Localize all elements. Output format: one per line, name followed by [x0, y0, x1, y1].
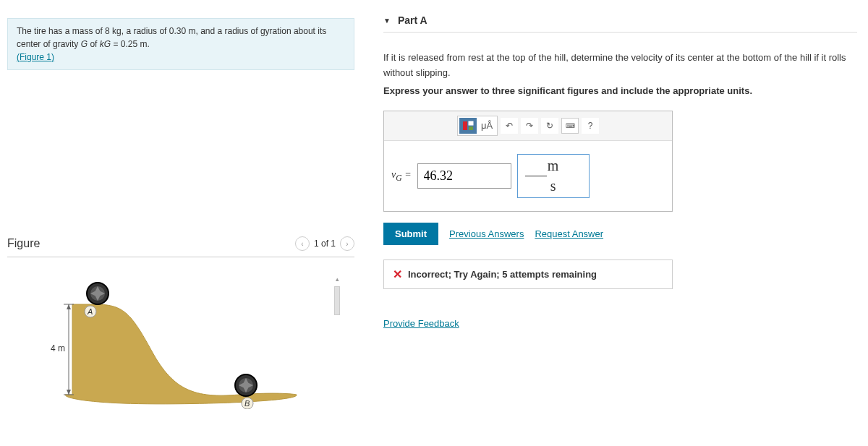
- scrollbar-handle[interactable]: [334, 286, 340, 315]
- reset-icon[interactable]: ↻: [541, 118, 558, 134]
- previous-answers-link[interactable]: Previous Answers: [449, 228, 524, 239]
- unit: m: [188, 26, 195, 36]
- left-panel: The tire has a mass of 8 kg, a radius of…: [0, 0, 362, 446]
- incorrect-icon: ✕: [393, 267, 402, 281]
- svg-text:A: A: [87, 307, 93, 316]
- scroll-up-icon[interactable]: ▴: [334, 275, 340, 284]
- var: G: [81, 39, 88, 49]
- figure-image: ▴ 4 m A: [51, 265, 340, 409]
- problem-statement: The tire has a mass of 8 kg, a radius of…: [7, 18, 354, 70]
- feedback-text: Incorrect; Try Again; 5 attempts remaini…: [408, 269, 597, 280]
- text: The tire has a mass of 8: [17, 26, 112, 36]
- variable-label: vG =: [391, 169, 412, 183]
- question-text: If it is released from rest at the top o…: [383, 51, 857, 81]
- template-icon[interactable]: [459, 118, 477, 134]
- redo-icon[interactable]: ↷: [521, 118, 538, 134]
- undo-icon[interactable]: ↶: [501, 118, 518, 134]
- answer-box: μÅ ↶ ↷ ↻ ⌨ ? vG = m s: [383, 111, 673, 212]
- instruction-text: Express your answer to three significant…: [383, 85, 857, 96]
- pager-label: 1 of 1: [314, 239, 336, 249]
- help-button[interactable]: ?: [582, 118, 599, 134]
- value-input[interactable]: [417, 163, 511, 189]
- answer-input-row: vG = m s: [384, 141, 672, 211]
- answer-toolbar: μÅ ↶ ↷ ↻ ⌨ ?: [384, 111, 672, 141]
- unit-denominator: s: [525, 178, 582, 194]
- request-answer-link[interactable]: Request Answer: [535, 228, 603, 239]
- svg-rect-15: [469, 126, 473, 130]
- unit-input[interactable]: m s: [517, 154, 590, 198]
- var: kG: [100, 39, 111, 49]
- height-label: 4 m: [51, 343, 65, 353]
- text: = 0.25: [111, 39, 140, 49]
- feedback-box: ✕ Incorrect; Try Again; 5 attempts remai…: [383, 260, 673, 289]
- unit-numerator: m: [525, 158, 582, 174]
- figure-pager: ‹ 1 of 1 ›: [295, 236, 354, 251]
- action-row: Submit Previous Answers Request Answer: [383, 223, 857, 245]
- right-panel: ▼ Part A If it is released from rest at …: [362, 0, 868, 446]
- figure-title: Figure: [7, 237, 40, 250]
- fraction-line: [525, 176, 547, 176]
- pager-next-button[interactable]: ›: [340, 236, 354, 251]
- submit-button[interactable]: Submit: [383, 223, 438, 245]
- svg-marker-4: [67, 390, 71, 395]
- svg-rect-13: [463, 121, 467, 130]
- keyboard-icon[interactable]: ⌨: [561, 118, 579, 134]
- part-header[interactable]: ▼ Part A: [383, 14, 857, 33]
- unit: m: [140, 39, 147, 49]
- svg-marker-3: [67, 304, 71, 309]
- collapse-icon: ▼: [383, 17, 391, 25]
- text: .: [147, 39, 149, 49]
- units-button[interactable]: μÅ: [478, 118, 495, 134]
- figure-link[interactable]: (Figure 1): [17, 52, 54, 62]
- unit: kg: [112, 26, 122, 36]
- svg-text:B: B: [244, 399, 250, 408]
- provide-feedback-link[interactable]: Provide Feedback: [383, 318, 857, 329]
- svg-rect-14: [469, 121, 473, 125]
- part-title: Part A: [398, 14, 427, 26]
- text: of: [88, 39, 100, 49]
- text: , a radius of 0.30: [122, 26, 189, 36]
- figure-section: Figure ‹ 1 of 1 › ▴ 4 m: [0, 236, 362, 409]
- pager-prev-button[interactable]: ‹: [295, 236, 310, 251]
